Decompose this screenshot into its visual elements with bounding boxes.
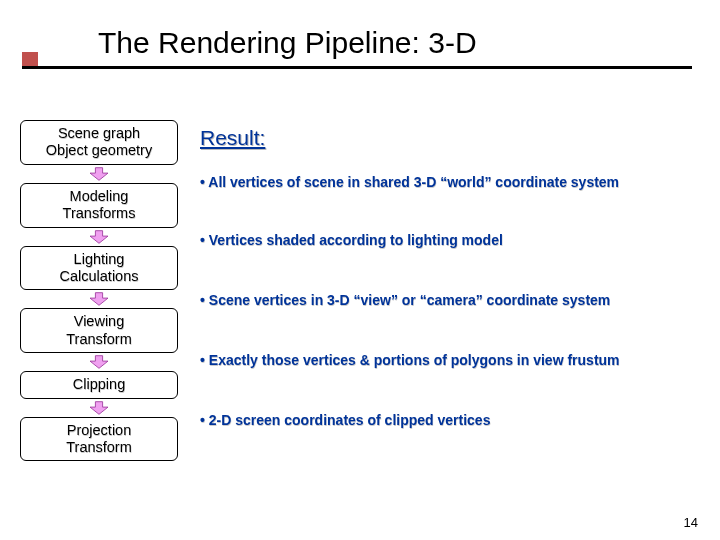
results-heading: Result:: [200, 126, 692, 150]
slide-body: Scene graph Object geometry Modeling Tra…: [20, 120, 692, 461]
spacer: [200, 190, 692, 232]
result-item: • Scene vertices in 3-D “view” or “camer…: [200, 292, 692, 308]
results-column: Result: • All vertices of scene in share…: [200, 120, 692, 461]
stage-line1: Clipping: [73, 376, 125, 392]
stage-line1: Projection: [67, 422, 131, 438]
pipeline-stage: Lighting Calculations: [20, 246, 178, 291]
result-item: • All vertices of scene in shared 3-D “w…: [200, 174, 692, 190]
down-arrow-icon: [90, 230, 108, 244]
stage-line1: Lighting: [74, 251, 125, 267]
result-item: • Vertices shaded according to lighting …: [200, 232, 692, 248]
stage-line2: Object geometry: [46, 142, 152, 158]
stage-line1: Scene graph: [58, 125, 140, 141]
title-rule: [22, 66, 692, 69]
slide-title: The Rendering Pipeline: 3-D: [98, 26, 692, 60]
stage-line1: Viewing: [74, 313, 125, 329]
result-item: • Exactly those vertices & portions of p…: [200, 352, 692, 368]
result-item: • 2-D screen coordinates of clipped vert…: [200, 412, 692, 428]
pipeline-stage: Scene graph Object geometry: [20, 120, 178, 165]
down-arrow-icon: [90, 401, 108, 415]
stage-line2: Calculations: [60, 268, 139, 284]
spacer: [200, 368, 692, 412]
page-number: 14: [684, 515, 698, 530]
stage-line2: Transform: [66, 331, 132, 347]
down-arrow-icon: [90, 167, 108, 181]
slide: The Rendering Pipeline: 3-D Scene graph …: [0, 0, 720, 540]
stage-line2: Transform: [66, 439, 132, 455]
svg-marker-0: [90, 167, 108, 180]
pipeline-stage: Modeling Transforms: [20, 183, 178, 228]
pipeline-column: Scene graph Object geometry Modeling Tra…: [20, 120, 178, 461]
spacer: [200, 248, 692, 292]
pipeline-stage: Viewing Transform: [20, 308, 178, 353]
stage-line2: Transforms: [63, 205, 136, 221]
pipeline-stage: Projection Transform: [20, 417, 178, 462]
svg-marker-3: [90, 356, 108, 369]
svg-marker-1: [90, 230, 108, 243]
down-arrow-icon: [90, 355, 108, 369]
svg-marker-4: [90, 401, 108, 414]
spacer: [200, 308, 692, 352]
svg-marker-2: [90, 293, 108, 306]
down-arrow-icon: [90, 292, 108, 306]
stage-line1: Modeling: [70, 188, 129, 204]
pipeline-stage: Clipping: [20, 371, 178, 398]
